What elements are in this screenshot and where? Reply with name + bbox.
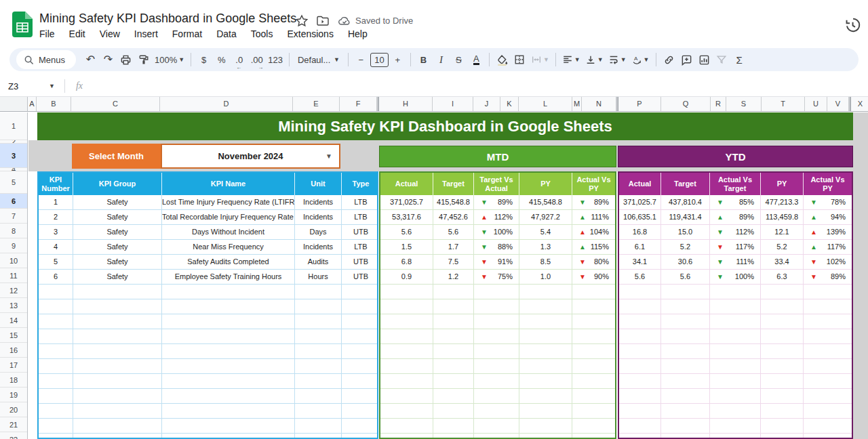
py-cell[interactable]: 33.4 [761, 255, 804, 270]
empty-cell[interactable] [761, 404, 804, 419]
row-header-19[interactable]: 19 [0, 388, 27, 402]
menu-help[interactable]: Help [348, 28, 368, 39]
merge-cells-button[interactable]: ▼ [529, 51, 551, 68]
empty-cell[interactable] [804, 314, 852, 329]
empty-cell[interactable] [380, 389, 433, 404]
actual-cell[interactable]: 16.8 [619, 225, 661, 240]
column-header-J[interactable]: J [473, 97, 500, 111]
py-cell[interactable]: 1.3 [519, 240, 572, 255]
column-header-D[interactable]: D [160, 97, 293, 111]
select-month-label-cell[interactable]: Select Month [72, 144, 161, 169]
empty-cell[interactable] [519, 329, 572, 344]
empty-cell[interactable] [380, 374, 433, 389]
empty-cell[interactable] [519, 374, 572, 389]
empty-cell[interactable] [39, 419, 73, 434]
row-header-17[interactable]: 17 [0, 358, 27, 373]
format-currency-button[interactable]: $ [195, 51, 212, 68]
empty-cell[interactable] [619, 374, 661, 389]
select-all-corner[interactable] [0, 97, 28, 111]
column-header-I[interactable]: I [433, 97, 473, 111]
empty-cell[interactable] [519, 314, 572, 329]
kpi-unit-cell[interactable]: Incidents [295, 240, 342, 255]
empty-cell[interactable] [342, 404, 378, 419]
empty-cell[interactable] [433, 314, 474, 329]
empty-cell[interactable] [761, 329, 804, 344]
kpi-group-cell[interactable]: Safety [73, 240, 162, 255]
empty-cell[interactable] [342, 314, 378, 329]
empty-cell[interactable] [295, 434, 342, 439]
empty-cell[interactable] [519, 359, 572, 374]
empty-cell[interactable] [73, 329, 162, 344]
py-cell[interactable]: 47,927.2 [519, 210, 572, 225]
empty-cell[interactable] [162, 344, 295, 359]
empty-cell[interactable] [73, 389, 162, 404]
empty-cell[interactable] [433, 434, 474, 439]
empty-cell[interactable] [619, 389, 661, 404]
indicator-cell[interactable]: ▼112% [710, 225, 761, 240]
empty-cell[interactable] [162, 285, 295, 299]
increase-decimal-button[interactable]: .00 → [248, 51, 265, 68]
menus-search-button[interactable]: Menus [16, 50, 76, 69]
empty-cell[interactable] [342, 299, 378, 314]
empty-cell[interactable] [433, 404, 474, 419]
print-button[interactable] [117, 51, 134, 68]
row-header-8[interactable]: 8 [0, 224, 27, 238]
actual-cell[interactable]: 6.8 [380, 255, 433, 270]
empty-cell[interactable] [710, 285, 761, 299]
empty-cell[interactable] [73, 404, 162, 419]
empty-cell[interactable] [380, 329, 433, 344]
py-cell[interactable]: 8.5 [519, 255, 572, 270]
empty-cell[interactable] [804, 299, 852, 314]
empty-cell[interactable] [804, 389, 852, 404]
column-header-F[interactable]: F [340, 97, 377, 111]
version-history-icon[interactable] [844, 16, 861, 34]
indicator-cell[interactable]: ▼89% [474, 195, 519, 210]
column-header-K[interactable]: K [500, 97, 519, 111]
functions-button[interactable]: Σ [731, 51, 748, 68]
kpi-group-cell[interactable]: Safety [73, 210, 162, 225]
indicator-cell[interactable]: ▼88% [474, 240, 519, 255]
empty-cell[interactable] [761, 359, 804, 374]
py-cell[interactable]: 477,213.3 [761, 195, 804, 210]
empty-cell[interactable] [619, 299, 661, 314]
column-header-M[interactable]: M [572, 97, 582, 111]
empty-cell[interactable] [804, 419, 852, 434]
kpi-type-cell[interactable]: UTB [342, 225, 378, 240]
empty-cell[interactable] [295, 359, 342, 374]
empty-cell[interactable] [474, 314, 519, 329]
empty-cell[interactable] [519, 404, 572, 419]
actual-cell[interactable]: 6.1 [619, 240, 661, 255]
font-select[interactable]: Defaul... ▼ [294, 51, 344, 68]
empty-cell[interactable] [519, 434, 572, 439]
row-header-16[interactable]: 16 [0, 343, 27, 358]
empty-cell[interactable] [474, 344, 519, 359]
row-header-5[interactable]: 5 [0, 171, 27, 194]
actual-cell[interactable]: 53,317.6 [380, 210, 433, 225]
fill-color-button[interactable] [494, 51, 511, 68]
py-cell[interactable]: 5.4 [519, 225, 572, 240]
indicator-cell[interactable]: ▲94% [804, 210, 852, 225]
empty-cell[interactable] [39, 359, 73, 374]
empty-cell[interactable] [572, 359, 615, 374]
text-rotation-button[interactable]: A ▼ [629, 51, 652, 68]
kpi-number-cell[interactable]: 6 [39, 270, 73, 285]
empty-cell[interactable] [474, 389, 519, 404]
empty-cell[interactable] [433, 329, 474, 344]
column-header-R[interactable]: R [711, 97, 726, 111]
empty-cell[interactable] [474, 359, 519, 374]
kpi-type-cell[interactable]: UTB [342, 255, 378, 270]
empty-cell[interactable] [342, 434, 378, 439]
kpi-name-cell[interactable]: Employee Safety Training Hours [162, 270, 295, 285]
empty-cell[interactable] [619, 285, 661, 299]
target-cell[interactable]: 415,548.8 [433, 195, 474, 210]
indicator-cell[interactable]: ▲104% [572, 225, 615, 240]
menu-data[interactable]: Data [216, 28, 237, 39]
name-box[interactable]: Z3 [0, 81, 49, 91]
column-header-N[interactable]: N [582, 97, 616, 111]
empty-cell[interactable] [162, 389, 295, 404]
empty-cell[interactable] [572, 285, 615, 299]
column-header-S[interactable]: S [726, 97, 762, 111]
empty-cell[interactable] [474, 374, 519, 389]
target-cell[interactable]: 5.6 [433, 225, 474, 240]
menu-extensions[interactable]: Extensions [287, 28, 333, 39]
